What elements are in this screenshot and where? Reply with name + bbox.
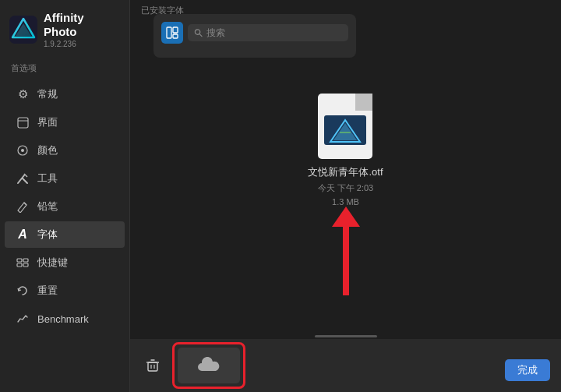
done-button[interactable]: 完成 [505, 359, 550, 381]
svg-line-10 [23, 178, 27, 183]
svg-point-7 [21, 149, 24, 152]
file-icon [318, 94, 372, 159]
app-logo-icon [9, 16, 37, 44]
scrollbar-hint [315, 335, 377, 337]
sidebar-item-color[interactable]: 颜色 [5, 137, 125, 164]
svg-rect-4 [18, 118, 28, 128]
trash-button[interactable] [141, 354, 164, 377]
sidebar-item-reset[interactable]: 重置 [5, 277, 125, 304]
font-panel [153, 14, 356, 58]
search-icon [194, 28, 203, 37]
file-icon-wrapper: 文悦新青年体.otf 今天 下午 2:03 1.3 MB [308, 94, 383, 207]
search-bar[interactable] [188, 24, 348, 41]
reset-icon [16, 284, 30, 298]
sidebar-item-label: 字体 [37, 228, 58, 242]
svg-rect-17 [173, 27, 178, 33]
svg-point-19 [195, 30, 199, 34]
trash-icon [145, 358, 161, 373]
app-title: Affinity Photo [44, 11, 120, 39]
sidebar-item-font[interactable]: A 字体 [5, 221, 125, 248]
svg-rect-16 [167, 27, 171, 38]
sidebar-item-label: Benchmark [37, 313, 89, 325]
bottom-bar: 完成 [130, 339, 561, 392]
font-panel-toolbar [161, 22, 348, 44]
cloud-button-wrapper [172, 342, 245, 389]
sidebar-item-label: 颜色 [37, 143, 58, 157]
sidebar-item-label: 界面 [37, 115, 58, 129]
sidebar-item-pencil[interactable]: 铅笔 [5, 193, 125, 220]
sidebar-nav: ⚙ 常规 界面 颜色 [0, 77, 129, 336]
file-name: 文悦新青年体.otf [308, 165, 383, 179]
svg-line-20 [199, 34, 202, 37]
shortcuts-icon [16, 256, 30, 270]
sidebar-item-benchmark[interactable]: Benchmark [5, 305, 125, 332]
panel-layout-button[interactable] [161, 22, 183, 44]
svg-rect-28 [148, 362, 157, 371]
arrow-container [332, 207, 360, 295]
cloud-button[interactable] [178, 348, 240, 383]
file-area: 文悦新青年体.otf 今天 下午 2:03 1.3 MB [130, 94, 561, 207]
file-size: 1.3 MB [332, 197, 359, 207]
svg-line-11 [24, 203, 26, 205]
font-icon: A [16, 228, 30, 242]
svg-rect-23 [355, 94, 372, 111]
tools-icon [16, 171, 30, 185]
sidebar-item-tools[interactable]: 工具 [5, 165, 125, 192]
benchmark-icon [16, 312, 30, 326]
svg-rect-18 [173, 34, 178, 38]
color-icon [16, 143, 30, 157]
pencil-icon [16, 200, 30, 214]
layout-icon [166, 26, 178, 39]
sidebar-item-label: 快捷键 [37, 256, 68, 270]
sidebar-item-label: 铅笔 [37, 200, 58, 214]
arrow-shaft [343, 227, 349, 295]
sidebar: Affinity Photo 1.9.2.236 首选项 ⚙ 常规 界面 [0, 0, 130, 392]
sidebar-item-shortcuts[interactable]: 快捷键 [5, 249, 125, 276]
svg-rect-15 [23, 263, 28, 267]
general-icon: ⚙ [16, 87, 30, 101]
search-input[interactable] [206, 27, 342, 38]
app-version: 1.9.2.236 [44, 40, 120, 48]
sidebar-item-interface[interactable]: 界面 [5, 109, 125, 136]
sidebar-item-label: 重置 [37, 284, 58, 298]
svg-rect-14 [17, 263, 22, 267]
interface-icon [16, 115, 30, 129]
file-date: 今天 下午 2:03 [318, 182, 374, 194]
sidebar-section-label: 首选项 [0, 56, 129, 77]
app-title-block: Affinity Photo 1.9.2.236 [44, 11, 120, 48]
sidebar-item-label: 常规 [37, 87, 58, 101]
main-content: 已安装字体 [130, 0, 561, 392]
svg-rect-12 [17, 259, 22, 262]
sidebar-item-general[interactable]: ⚙ 常规 [5, 81, 125, 108]
app-header: Affinity Photo 1.9.2.236 [0, 0, 129, 56]
svg-rect-13 [23, 259, 28, 262]
arrow-head-up [332, 207, 360, 227]
cloud-icon [197, 357, 221, 374]
sidebar-item-label: 工具 [37, 171, 58, 185]
